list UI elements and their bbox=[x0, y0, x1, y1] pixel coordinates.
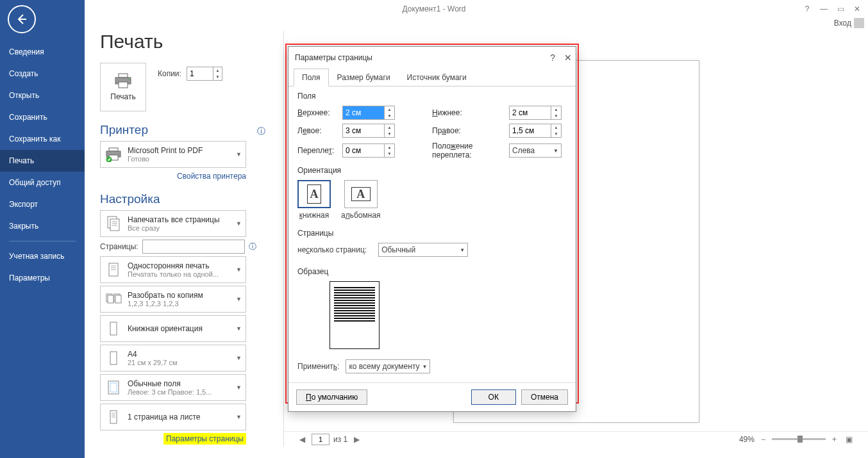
avatar-icon[interactable] bbox=[854, 18, 864, 28]
tab-source[interactable]: Источник бумаги bbox=[399, 69, 475, 86]
gutter-position-combo[interactable]: Слева▼ bbox=[509, 143, 562, 158]
spin-up-icon[interactable]: ▲ bbox=[385, 124, 394, 131]
portrait-label: книжная bbox=[299, 211, 329, 220]
sample-preview bbox=[330, 281, 380, 349]
default-button[interactable]: По умолчанию bbox=[296, 389, 367, 405]
svg-rect-21 bbox=[110, 322, 117, 335]
sidebar-item-info[interactable]: Сведения bbox=[0, 41, 85, 63]
page-title: Печать bbox=[100, 31, 283, 53]
one-page-icon bbox=[104, 408, 122, 426]
back-button[interactable] bbox=[8, 5, 36, 33]
paper-size-select[interactable]: A421 см x 29,7 см ▼ bbox=[100, 345, 246, 372]
window-title: Документ1 - Word bbox=[402, 4, 465, 13]
sidebar-item-open[interactable]: Открыть bbox=[0, 85, 85, 106]
spin-down-icon[interactable]: ▼ bbox=[551, 113, 561, 119]
svg-rect-2 bbox=[119, 82, 128, 88]
printer-properties-link[interactable]: Свойства принтера bbox=[177, 172, 246, 181]
ok-button[interactable]: ОК bbox=[471, 389, 516, 405]
page-setup-link[interactable]: Параметры страницы bbox=[163, 433, 246, 445]
printer-select[interactable]: Microsoft Print to PDFГотово ▼ bbox=[100, 141, 246, 168]
orientation-select[interactable]: Книжная ориентация ▼ bbox=[100, 315, 246, 342]
copies-input[interactable] bbox=[187, 67, 213, 80]
landscape-label: альбомная bbox=[341, 211, 381, 220]
orientation-portrait[interactable]: A книжная bbox=[297, 180, 331, 220]
gutter-position-label: Положение переплета: bbox=[432, 142, 509, 159]
zoom-value: 49% bbox=[739, 435, 755, 444]
right-margin-spinner[interactable]: ▲▼ bbox=[509, 124, 562, 138]
tab-paper[interactable]: Размер бумаги bbox=[329, 69, 399, 86]
print-button-label: Печать bbox=[110, 92, 135, 101]
top-margin-spinner[interactable]: ▲▼ bbox=[342, 106, 395, 120]
left-margin-spinner[interactable]: ▲▼ bbox=[342, 124, 395, 138]
pages-input[interactable] bbox=[142, 240, 245, 254]
margins-group-label: Поля bbox=[297, 92, 567, 101]
minimize-icon[interactable]: — bbox=[815, 3, 832, 15]
spin-down-icon[interactable]: ▼ bbox=[385, 113, 394, 119]
margins-select[interactable]: Обычные поляЛевое: 3 см Правое: 1,5... ▼ bbox=[100, 374, 246, 401]
print-button[interactable]: Печать bbox=[100, 63, 146, 111]
info-icon[interactable]: ⓘ bbox=[249, 241, 256, 252]
sidebar-item-new[interactable]: Создать bbox=[0, 63, 85, 85]
dialog-close-icon[interactable]: ✕ bbox=[564, 53, 572, 63]
multi-pages-combo[interactable]: Обычный▼ bbox=[378, 243, 468, 257]
sidebar-item-options[interactable]: Параметры bbox=[0, 267, 85, 289]
zoom-in-icon[interactable]: + bbox=[830, 435, 839, 444]
info-icon[interactable]: ⓘ bbox=[257, 126, 265, 137]
sidebar-item-saveas[interactable]: Сохранить как bbox=[0, 128, 85, 150]
chevron-down-icon: ▼ bbox=[236, 414, 242, 420]
cancel-button[interactable]: Отмена bbox=[521, 389, 568, 405]
sidebar-item-share[interactable]: Общий доступ bbox=[0, 172, 85, 193]
help-icon[interactable]: ? bbox=[799, 3, 815, 15]
gutter-label: Переплет: bbox=[297, 146, 342, 155]
restore-icon[interactable]: ▭ bbox=[832, 3, 849, 15]
print-range-select[interactable]: Напечатать все страницыВсе сразу ▼ bbox=[100, 210, 246, 237]
spin-up-icon[interactable]: ▲ bbox=[385, 106, 394, 113]
pages-per-sheet-select[interactable]: 1 страница на листе ▼ bbox=[100, 404, 246, 430]
sidebar-item-save[interactable]: Сохранить bbox=[0, 106, 85, 128]
spin-up-icon[interactable]: ▲ bbox=[551, 106, 561, 113]
copies-spinner[interactable]: ▲▼ bbox=[187, 67, 222, 81]
spin-down-icon[interactable]: ▼ bbox=[213, 74, 222, 80]
printer-heading: Принтерⓘ bbox=[100, 123, 283, 137]
next-page-icon[interactable]: ▶ bbox=[351, 435, 362, 444]
collate-select[interactable]: Разобрать по копиям1,2,3 1,2,3 1,2,3 ▼ bbox=[100, 286, 246, 313]
spin-up-icon[interactable]: ▲ bbox=[385, 144, 394, 151]
chevron-down-icon: ▼ bbox=[236, 384, 242, 391]
spin-up-icon[interactable]: ▲ bbox=[551, 124, 561, 131]
bottom-margin-spinner[interactable]: ▲▼ bbox=[509, 106, 562, 120]
zoom-slider[interactable] bbox=[772, 438, 826, 440]
svg-rect-9 bbox=[110, 219, 119, 231]
orientation-landscape[interactable]: A альбомная bbox=[341, 180, 381, 220]
copies-label: Копии: bbox=[158, 69, 181, 78]
sidebar-item-print[interactable]: Печать bbox=[0, 150, 85, 172]
printer-status: Готово bbox=[128, 155, 231, 163]
sidebar-item-close[interactable]: Закрыть bbox=[0, 215, 85, 237]
portrait-icon bbox=[104, 320, 122, 338]
apply-to-combo[interactable]: ко всему документу▼ bbox=[346, 359, 430, 373]
sign-in-label[interactable]: Вход bbox=[834, 19, 851, 28]
svg-rect-22 bbox=[110, 352, 117, 364]
page-total-label: из 1 bbox=[333, 435, 347, 444]
page-setup-dialog: Параметры страницы ? ✕ Поля Размер бумаг… bbox=[288, 46, 576, 412]
sidebar-item-export[interactable]: Экспорт bbox=[0, 193, 85, 215]
tab-margins[interactable]: Поля bbox=[294, 69, 329, 86]
close-icon[interactable]: ✕ bbox=[849, 3, 865, 15]
prev-page-icon[interactable]: ◀ bbox=[297, 435, 308, 444]
dialog-help-icon[interactable]: ? bbox=[550, 53, 555, 63]
zoom-out-icon[interactable]: − bbox=[758, 435, 768, 444]
spin-down-icon[interactable]: ▼ bbox=[385, 131, 394, 137]
dialog-title: Параметры страницы bbox=[295, 53, 372, 62]
right-margin-label: Правое: bbox=[432, 126, 509, 135]
gutter-spinner[interactable]: ▲▼ bbox=[342, 143, 395, 158]
pages-icon bbox=[104, 215, 122, 233]
fit-page-icon[interactable]: ▣ bbox=[843, 435, 855, 444]
chevron-down-icon: ▼ bbox=[236, 220, 242, 227]
page-number-input[interactable] bbox=[312, 434, 330, 445]
spin-up-icon[interactable]: ▲ bbox=[213, 67, 222, 74]
spin-down-icon[interactable]: ▼ bbox=[385, 151, 394, 157]
bottom-margin-label: Нижнее: bbox=[432, 108, 509, 117]
sidebar-item-account[interactable]: Учетная запись bbox=[0, 245, 85, 267]
svg-point-3 bbox=[128, 79, 129, 80]
sides-select[interactable]: Односторонняя печатьПечатать только на о… bbox=[100, 256, 246, 283]
spin-down-icon[interactable]: ▼ bbox=[551, 131, 561, 137]
